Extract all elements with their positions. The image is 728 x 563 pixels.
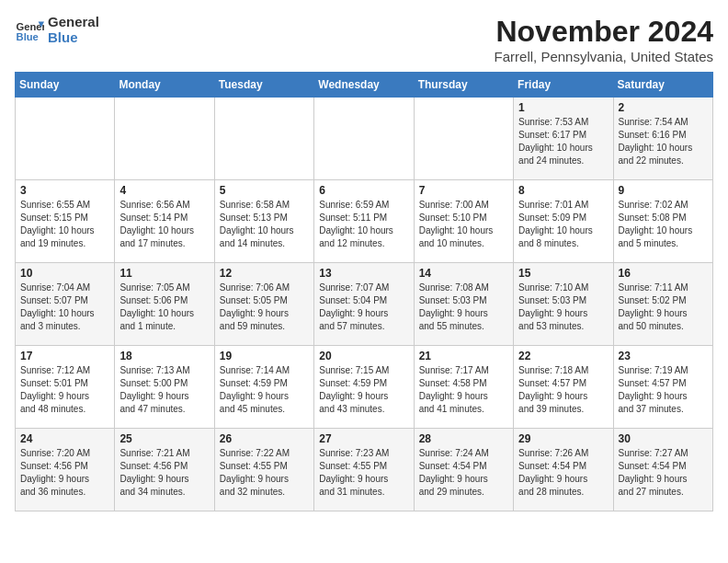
calendar-cell: 30Sunrise: 7:27 AM Sunset: 4:54 PM Dayli…	[613, 429, 712, 511]
day-number: 15	[518, 267, 608, 280]
day-info: Sunrise: 7:20 AM Sunset: 4:56 PM Dayligh…	[20, 447, 109, 499]
calendar-cell: 24Sunrise: 7:20 AM Sunset: 4:56 PM Dayli…	[16, 429, 115, 511]
day-info: Sunrise: 7:05 AM Sunset: 5:06 PM Dayligh…	[119, 282, 209, 333]
weekday-header: Sunday	[16, 73, 115, 98]
calendar-cell: 10Sunrise: 7:04 AM Sunset: 5:07 PM Dayli…	[16, 263, 115, 346]
calendar-cell	[115, 98, 214, 180]
calendar-week-row: 3Sunrise: 6:55 AM Sunset: 5:15 PM Daylig…	[16, 180, 713, 263]
day-number: 30	[619, 432, 708, 445]
day-info: Sunrise: 7:08 AM Sunset: 5:03 PM Dayligh…	[419, 282, 508, 333]
day-number: 16	[619, 267, 708, 280]
calendar-cell: 6Sunrise: 6:59 AM Sunset: 5:11 PM Daylig…	[314, 180, 414, 263]
calendar-cell: 26Sunrise: 7:22 AM Sunset: 4:55 PM Dayli…	[214, 429, 313, 511]
calendar-cell: 8Sunrise: 7:01 AM Sunset: 5:09 PM Daylig…	[514, 180, 613, 263]
day-number: 14	[419, 267, 508, 280]
day-info: Sunrise: 6:58 AM Sunset: 5:13 PM Dayligh…	[220, 199, 309, 250]
day-info: Sunrise: 7:13 AM Sunset: 5:00 PM Dayligh…	[119, 364, 209, 416]
calendar-cell: 2Sunrise: 7:54 AM Sunset: 6:16 PM Daylig…	[613, 98, 712, 180]
calendar-cell: 23Sunrise: 7:19 AM Sunset: 4:57 PM Dayli…	[613, 346, 712, 429]
day-number: 4	[119, 184, 209, 197]
day-number: 13	[319, 267, 408, 280]
calendar-cell: 9Sunrise: 7:02 AM Sunset: 5:08 PM Daylig…	[613, 180, 712, 263]
day-info: Sunrise: 7:18 AM Sunset: 4:57 PM Dayligh…	[518, 364, 608, 416]
day-info: Sunrise: 7:22 AM Sunset: 4:55 PM Dayligh…	[220, 447, 309, 499]
calendar-cell	[16, 98, 115, 180]
day-info: Sunrise: 7:10 AM Sunset: 5:03 PM Dayligh…	[518, 282, 608, 333]
calendar-cell: 11Sunrise: 7:05 AM Sunset: 5:06 PM Dayli…	[115, 263, 214, 346]
day-info: Sunrise: 7:27 AM Sunset: 4:54 PM Dayligh…	[619, 447, 708, 499]
weekday-header: Wednesday	[314, 73, 414, 98]
calendar-cell: 16Sunrise: 7:11 AM Sunset: 5:02 PM Dayli…	[613, 263, 712, 346]
day-info: Sunrise: 7:53 AM Sunset: 6:17 PM Dayligh…	[518, 116, 608, 167]
day-info: Sunrise: 7:04 AM Sunset: 5:07 PM Dayligh…	[20, 282, 109, 333]
svg-text:Blue: Blue	[17, 31, 39, 42]
calendar-cell: 19Sunrise: 7:14 AM Sunset: 4:59 PM Dayli…	[214, 346, 313, 429]
day-info: Sunrise: 6:56 AM Sunset: 5:14 PM Dayligh…	[119, 199, 209, 250]
day-number: 9	[619, 184, 708, 197]
calendar-cell: 4Sunrise: 6:56 AM Sunset: 5:14 PM Daylig…	[115, 180, 214, 263]
day-number: 1	[518, 101, 608, 114]
day-number: 20	[319, 350, 408, 362]
logo-general: General	[48, 15, 99, 30]
day-info: Sunrise: 6:59 AM Sunset: 5:11 PM Dayligh…	[319, 199, 408, 250]
weekday-header: Tuesday	[214, 73, 313, 98]
logo: General Blue General Blue	[15, 15, 99, 45]
calendar-cell: 29Sunrise: 7:26 AM Sunset: 4:54 PM Dayli…	[514, 429, 613, 511]
calendar-cell: 13Sunrise: 7:07 AM Sunset: 5:04 PM Dayli…	[314, 263, 414, 346]
day-number: 12	[220, 267, 309, 280]
day-number: 27	[319, 432, 408, 445]
day-info: Sunrise: 7:21 AM Sunset: 4:56 PM Dayligh…	[119, 447, 209, 499]
calendar-cell: 5Sunrise: 6:58 AM Sunset: 5:13 PM Daylig…	[214, 180, 313, 263]
calendar-cell: 7Sunrise: 7:00 AM Sunset: 5:10 PM Daylig…	[414, 180, 513, 263]
day-info: Sunrise: 7:01 AM Sunset: 5:09 PM Dayligh…	[518, 199, 608, 250]
weekday-header: Saturday	[613, 73, 712, 98]
calendar-cell: 15Sunrise: 7:10 AM Sunset: 5:03 PM Dayli…	[514, 263, 613, 346]
calendar-cell: 14Sunrise: 7:08 AM Sunset: 5:03 PM Dayli…	[414, 263, 513, 346]
day-number: 25	[119, 432, 209, 445]
day-number: 19	[220, 350, 309, 362]
calendar-cell: 28Sunrise: 7:24 AM Sunset: 4:54 PM Dayli…	[414, 429, 513, 511]
calendar-week-row: 24Sunrise: 7:20 AM Sunset: 4:56 PM Dayli…	[16, 429, 713, 511]
calendar-cell: 22Sunrise: 7:18 AM Sunset: 4:57 PM Dayli…	[514, 346, 613, 429]
weekday-header: Friday	[514, 73, 613, 98]
day-number: 2	[619, 101, 708, 114]
day-number: 23	[619, 350, 708, 362]
day-number: 11	[119, 267, 209, 280]
day-info: Sunrise: 6:55 AM Sunset: 5:15 PM Dayligh…	[20, 199, 109, 250]
calendar-week-row: 1Sunrise: 7:53 AM Sunset: 6:17 PM Daylig…	[16, 98, 713, 180]
calendar-cell: 27Sunrise: 7:23 AM Sunset: 4:55 PM Dayli…	[314, 429, 414, 511]
day-number: 28	[419, 432, 508, 445]
calendar-cell	[214, 98, 313, 180]
day-info: Sunrise: 7:11 AM Sunset: 5:02 PM Dayligh…	[619, 282, 708, 333]
day-info: Sunrise: 7:12 AM Sunset: 5:01 PM Dayligh…	[20, 364, 109, 416]
calendar-cell: 17Sunrise: 7:12 AM Sunset: 5:01 PM Dayli…	[16, 346, 115, 429]
title-area: November 2024 Farrell, Pennsylvania, Uni…	[495, 15, 713, 64]
calendar-cell: 18Sunrise: 7:13 AM Sunset: 5:00 PM Dayli…	[115, 346, 214, 429]
day-info: Sunrise: 7:24 AM Sunset: 4:54 PM Dayligh…	[419, 447, 508, 499]
day-number: 6	[319, 184, 408, 197]
calendar-header: SundayMondayTuesdayWednesdayThursdayFrid…	[16, 73, 713, 98]
day-number: 18	[119, 350, 209, 362]
calendar-week-row: 17Sunrise: 7:12 AM Sunset: 5:01 PM Dayli…	[16, 346, 713, 429]
weekday-header: Thursday	[414, 73, 513, 98]
calendar-cell: 1Sunrise: 7:53 AM Sunset: 6:17 PM Daylig…	[514, 98, 613, 180]
day-info: Sunrise: 7:19 AM Sunset: 4:57 PM Dayligh…	[619, 364, 708, 416]
day-number: 7	[419, 184, 508, 197]
day-info: Sunrise: 7:14 AM Sunset: 4:59 PM Dayligh…	[220, 364, 309, 416]
day-info: Sunrise: 7:26 AM Sunset: 4:54 PM Dayligh…	[518, 447, 608, 499]
day-info: Sunrise: 7:54 AM Sunset: 6:16 PM Dayligh…	[619, 116, 708, 167]
day-info: Sunrise: 7:15 AM Sunset: 4:59 PM Dayligh…	[319, 364, 408, 416]
day-number: 5	[220, 184, 309, 197]
location: Farrell, Pennsylvania, United States	[495, 49, 713, 64]
calendar-cell: 3Sunrise: 6:55 AM Sunset: 5:15 PM Daylig…	[16, 180, 115, 263]
logo-blue: Blue	[48, 30, 99, 46]
day-info: Sunrise: 7:02 AM Sunset: 5:08 PM Dayligh…	[619, 199, 708, 250]
logo-icon: General Blue	[15, 16, 44, 45]
calendar-week-row: 10Sunrise: 7:04 AM Sunset: 5:07 PM Dayli…	[16, 263, 713, 346]
day-number: 17	[20, 350, 109, 362]
header-row: SundayMondayTuesdayWednesdayThursdayFrid…	[16, 73, 713, 98]
day-number: 29	[518, 432, 608, 445]
day-info: Sunrise: 7:00 AM Sunset: 5:10 PM Dayligh…	[419, 199, 508, 250]
weekday-header: Monday	[115, 73, 214, 98]
day-info: Sunrise: 7:17 AM Sunset: 4:58 PM Dayligh…	[419, 364, 508, 416]
